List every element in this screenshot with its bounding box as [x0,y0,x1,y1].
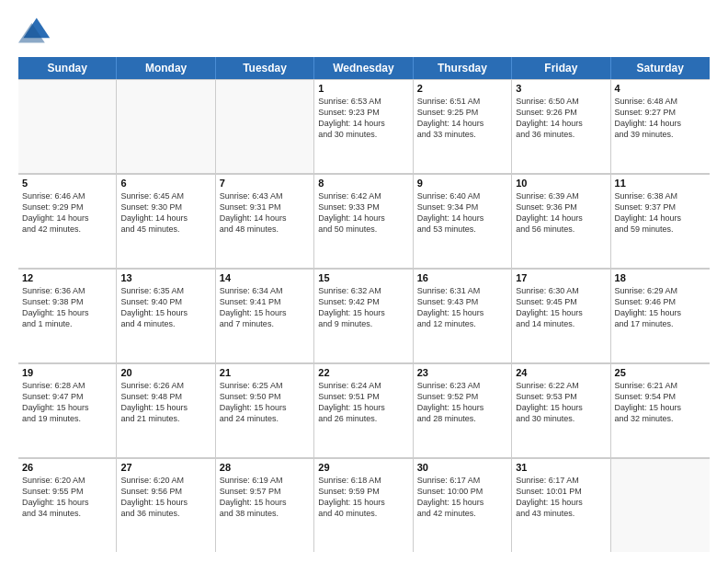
day-info: Sunrise: 6:53 AM Sunset: 9:23 PM Dayligh… [318,96,408,141]
table-row: 23Sunrise: 6:23 AM Sunset: 9:52 PM Dayli… [414,363,512,457]
week-row-2: 12Sunrise: 6:36 AM Sunset: 9:38 PM Dayli… [18,269,710,363]
table-row: 4Sunrise: 6:48 AM Sunset: 9:27 PM Daylig… [611,79,710,173]
table-row: 1Sunrise: 6:53 AM Sunset: 9:23 PM Daylig… [314,79,413,173]
day-info: Sunrise: 6:40 AM Sunset: 9:34 PM Dayligh… [417,190,507,236]
day-number: 16 [417,272,507,283]
day-info: Sunrise: 6:36 AM Sunset: 9:38 PM Dayligh… [22,285,112,330]
table-row: 20Sunrise: 6:26 AM Sunset: 9:48 PM Dayli… [117,363,215,457]
day-number: 22 [318,367,408,378]
calendar-body: 1Sunrise: 6:53 AM Sunset: 9:23 PM Daylig… [18,79,710,552]
day-info: Sunrise: 6:31 AM Sunset: 9:43 PM Dayligh… [417,285,507,330]
table-row: 3Sunrise: 6:50 AM Sunset: 9:26 PM Daylig… [512,79,610,173]
table-row: 2Sunrise: 6:51 AM Sunset: 9:25 PM Daylig… [414,79,512,173]
day-number: 26 [22,462,112,473]
table-row: 31Sunrise: 6:17 AM Sunset: 10:01 PM Dayl… [512,458,610,552]
header-tuesday: Tuesday [216,57,314,79]
day-info: Sunrise: 6:48 AM Sunset: 9:27 PM Dayligh… [615,96,706,141]
table-row: 24Sunrise: 6:22 AM Sunset: 9:53 PM Dayli… [512,363,610,457]
day-number: 1 [318,83,408,94]
day-number: 5 [22,178,112,189]
day-info: Sunrise: 6:20 AM Sunset: 9:56 PM Dayligh… [120,475,210,520]
day-info: Sunrise: 6:22 AM Sunset: 9:53 PM Dayligh… [516,380,606,425]
table-row: 14Sunrise: 6:34 AM Sunset: 9:41 PM Dayli… [216,269,314,362]
day-info: Sunrise: 6:46 AM Sunset: 9:29 PM Dayligh… [22,190,112,236]
day-info: Sunrise: 6:23 AM Sunset: 9:52 PM Dayligh… [417,380,507,425]
table-row: 30Sunrise: 6:17 AM Sunset: 10:00 PM Dayl… [414,458,512,552]
header-wednesday: Wednesday [314,57,413,79]
table-row: 18Sunrise: 6:29 AM Sunset: 9:46 PM Dayli… [611,269,710,362]
day-info: Sunrise: 6:26 AM Sunset: 9:48 PM Dayligh… [120,380,210,425]
week-row-1: 5Sunrise: 6:46 AM Sunset: 9:29 PM Daylig… [18,174,710,269]
day-number: 15 [318,272,408,283]
day-number: 10 [516,178,606,189]
day-number: 24 [516,367,606,378]
day-info: Sunrise: 6:21 AM Sunset: 9:54 PM Dayligh… [615,380,706,425]
day-info: Sunrise: 6:17 AM Sunset: 10:01 PM Daylig… [516,475,606,520]
logo [18,15,57,48]
header-friday: Friday [512,57,610,79]
day-info: Sunrise: 6:35 AM Sunset: 9:40 PM Dayligh… [120,285,210,330]
table-row: 16Sunrise: 6:31 AM Sunset: 9:43 PM Dayli… [414,269,512,362]
table-row: 26Sunrise: 6:20 AM Sunset: 9:55 PM Dayli… [18,458,117,552]
day-number: 19 [22,367,112,378]
table-row: 15Sunrise: 6:32 AM Sunset: 9:42 PM Dayli… [314,269,413,362]
day-info: Sunrise: 6:43 AM Sunset: 9:31 PM Dayligh… [220,190,310,236]
day-info: Sunrise: 6:50 AM Sunset: 9:26 PM Dayligh… [516,96,606,141]
table-row: 19Sunrise: 6:28 AM Sunset: 9:47 PM Dayli… [18,363,117,457]
table-row: 10Sunrise: 6:39 AM Sunset: 9:36 PM Dayli… [512,174,610,268]
day-info: Sunrise: 6:39 AM Sunset: 9:36 PM Dayligh… [516,190,606,236]
day-info: Sunrise: 6:38 AM Sunset: 9:37 PM Dayligh… [615,190,706,236]
table-row [117,79,215,173]
table-row: 28Sunrise: 6:19 AM Sunset: 9:57 PM Dayli… [216,458,314,552]
week-row-0: 1Sunrise: 6:53 AM Sunset: 9:23 PM Daylig… [18,79,710,174]
week-row-4: 26Sunrise: 6:20 AM Sunset: 9:55 PM Dayli… [18,458,710,552]
day-number: 7 [220,178,310,189]
table-row [611,458,710,552]
logo-icon [18,15,51,48]
day-number: 11 [615,178,706,189]
day-info: Sunrise: 6:17 AM Sunset: 10:00 PM Daylig… [417,475,507,520]
day-info: Sunrise: 6:24 AM Sunset: 9:51 PM Dayligh… [318,380,408,425]
table-row: 13Sunrise: 6:35 AM Sunset: 9:40 PM Dayli… [117,269,215,362]
day-info: Sunrise: 6:45 AM Sunset: 9:30 PM Dayligh… [120,190,210,236]
day-number: 13 [120,272,210,283]
day-number: 29 [318,462,408,473]
table-row: 17Sunrise: 6:30 AM Sunset: 9:45 PM Dayli… [512,269,610,362]
page: Sunday Monday Tuesday Wednesday Thursday… [0,0,728,563]
table-row: 22Sunrise: 6:24 AM Sunset: 9:51 PM Dayli… [314,363,413,457]
week-row-3: 19Sunrise: 6:28 AM Sunset: 9:47 PM Dayli… [18,363,710,458]
day-number: 14 [220,272,310,283]
day-number: 21 [220,367,310,378]
day-number: 17 [516,272,606,283]
day-info: Sunrise: 6:30 AM Sunset: 9:45 PM Dayligh… [516,285,606,330]
day-info: Sunrise: 6:34 AM Sunset: 9:41 PM Dayligh… [220,285,310,330]
table-row: 29Sunrise: 6:18 AM Sunset: 9:59 PM Dayli… [314,458,413,552]
day-info: Sunrise: 6:25 AM Sunset: 9:50 PM Dayligh… [220,380,310,425]
day-number: 4 [615,83,706,94]
table-row [18,79,117,173]
day-info: Sunrise: 6:42 AM Sunset: 9:33 PM Dayligh… [318,190,408,236]
day-number: 28 [220,462,310,473]
header-saturday: Saturday [611,57,710,79]
day-number: 12 [22,272,112,283]
calendar: Sunday Monday Tuesday Wednesday Thursday… [18,57,710,552]
table-row: 8Sunrise: 6:42 AM Sunset: 9:33 PM Daylig… [314,174,413,268]
day-info: Sunrise: 6:29 AM Sunset: 9:46 PM Dayligh… [615,285,706,330]
day-info: Sunrise: 6:19 AM Sunset: 9:57 PM Dayligh… [220,475,310,520]
table-row: 21Sunrise: 6:25 AM Sunset: 9:50 PM Dayli… [216,363,314,457]
day-number: 27 [120,462,210,473]
header-sunday: Sunday [18,57,117,79]
day-number: 8 [318,178,408,189]
day-number: 18 [615,272,706,283]
calendar-header: Sunday Monday Tuesday Wednesday Thursday… [18,57,710,79]
table-row: 12Sunrise: 6:36 AM Sunset: 9:38 PM Dayli… [18,269,117,362]
day-number: 25 [615,367,706,378]
table-row: 7Sunrise: 6:43 AM Sunset: 9:31 PM Daylig… [216,174,314,268]
day-number: 6 [120,178,210,189]
table-row: 6Sunrise: 6:45 AM Sunset: 9:30 PM Daylig… [117,174,215,268]
day-info: Sunrise: 6:51 AM Sunset: 9:25 PM Dayligh… [417,96,507,141]
day-info: Sunrise: 6:28 AM Sunset: 9:47 PM Dayligh… [22,380,112,425]
day-number: 23 [417,367,507,378]
table-row: 11Sunrise: 6:38 AM Sunset: 9:37 PM Dayli… [611,174,710,268]
header [18,15,710,48]
